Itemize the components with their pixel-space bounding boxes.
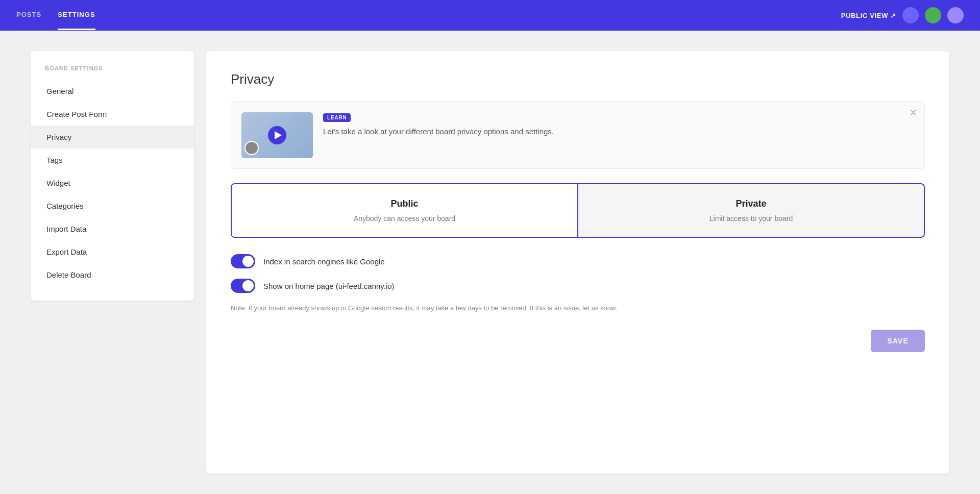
search-index-label: Index in search engines like Google — [263, 257, 385, 266]
play-button[interactable] — [268, 126, 286, 144]
page-title: Privacy — [231, 71, 925, 87]
home-page-toggle-row: Show on home page (ui-feed.canny.io) — [231, 279, 925, 293]
sidebar-item-create-post-form[interactable]: Create Post Form — [31, 103, 194, 126]
privacy-options: Public Anybody can access your board Pri… — [231, 183, 925, 238]
learn-badge: LEARN — [323, 113, 351, 122]
tab-posts[interactable]: POSTS — [16, 1, 41, 30]
sidebar-item-widget[interactable]: Widget — [31, 171, 194, 194]
close-banner-button[interactable]: ✕ — [910, 108, 917, 117]
home-page-label: Show on home page (ui-feed.canny.io) — [263, 282, 395, 290]
avatar-1 — [902, 7, 919, 23]
sidebar-item-categories[interactable]: Categories — [31, 194, 194, 217]
privacy-note: Note: If your board already shows up in … — [231, 303, 925, 313]
main-panel: Privacy ✕ LEARN Let's take a look at you… — [206, 51, 949, 474]
nav-right: PUBLIC VIEW ↗ — [841, 7, 964, 23]
sidebar-item-import-data[interactable]: Import Data — [31, 217, 194, 240]
public-view-link[interactable]: PUBLIC VIEW ↗ — [841, 12, 896, 19]
search-index-toggle[interactable] — [231, 254, 255, 268]
learn-thumbnail[interactable] — [241, 112, 313, 158]
sidebar: BOARD SETTINGS General Create Post Form … — [31, 51, 194, 301]
learn-description: Let's take a look at your different boar… — [323, 126, 554, 138]
learn-banner: ✕ LEARN Let's take a look at your differ… — [231, 102, 925, 169]
avatar-2 — [925, 7, 941, 23]
public-option-title: Public — [242, 199, 567, 209]
page-body: BOARD SETTINGS General Create Post Form … — [0, 31, 980, 494]
sidebar-item-delete-board[interactable]: Delete Board — [31, 263, 194, 286]
home-page-toggle[interactable] — [231, 279, 255, 293]
learn-content: LEARN Let's take a look at your differen… — [323, 112, 554, 138]
private-option-title: Private — [589, 199, 914, 209]
nav-tabs: POSTS SETTINGS — [16, 1, 95, 30]
learn-avatar — [244, 141, 259, 155]
tab-settings[interactable]: SETTINGS — [58, 1, 95, 30]
save-button[interactable]: SAVE — [871, 330, 925, 352]
private-option-desc: Limit access to your board — [589, 214, 914, 223]
sidebar-section-label: BOARD SETTINGS — [31, 65, 194, 80]
sidebar-item-export-data[interactable]: Export Data — [31, 240, 194, 263]
sidebar-item-general[interactable]: General — [31, 80, 194, 103]
privacy-option-private[interactable]: Private Limit access to your board — [578, 184, 924, 237]
privacy-option-public[interactable]: Public Anybody can access your board — [232, 184, 577, 237]
search-index-toggle-row: Index in search engines like Google — [231, 254, 925, 268]
sidebar-item-tags[interactable]: Tags — [31, 149, 194, 171]
public-option-desc: Anybody can access your board — [242, 214, 567, 223]
sidebar-item-privacy[interactable]: Privacy — [31, 126, 194, 149]
top-navigation: POSTS SETTINGS PUBLIC VIEW ↗ — [0, 0, 980, 31]
avatar-3 — [947, 7, 964, 23]
save-row: SAVE — [231, 330, 925, 352]
